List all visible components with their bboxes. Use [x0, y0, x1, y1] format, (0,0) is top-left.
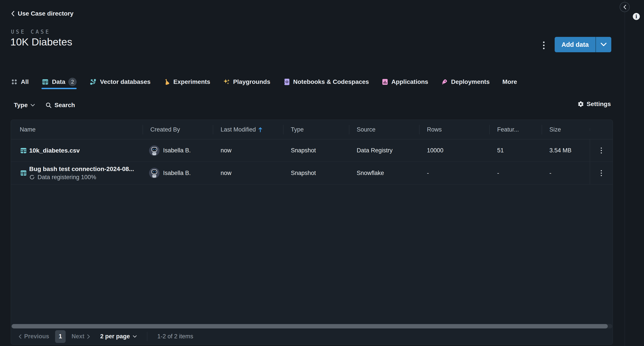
table-row[interactable]: Bug bash test connection-2024-08... Data… [11, 162, 612, 184]
features-value: - [490, 170, 542, 176]
type-value: Snapshot [283, 170, 349, 176]
status-text: Data registering 100% [38, 174, 96, 181]
column-header-rows[interactable]: Rows [419, 126, 490, 133]
rows-value: - [419, 170, 490, 176]
use-case-eyebrow: USE CASE [11, 29, 50, 35]
flask-icon [163, 78, 170, 86]
rocket-icon [441, 78, 448, 86]
vector-icon [89, 78, 97, 86]
tab-data[interactable]: Data 2 [42, 78, 77, 86]
kebab-icon [601, 148, 602, 149]
table-empty-area [11, 184, 612, 324]
row-menu-button[interactable] [598, 146, 604, 156]
chevron-down-icon [600, 42, 607, 47]
column-header-last-modified[interactable]: Last Modified [213, 126, 283, 133]
notebook-icon [283, 78, 290, 86]
tab-playgrounds[interactable]: Playgrounds [223, 78, 270, 86]
registration-status: Data registering 100% [29, 174, 134, 181]
search-button[interactable]: Search [45, 102, 75, 109]
horizontal-scrollbar[interactable] [11, 324, 612, 328]
info-icon[interactable]: i [633, 13, 640, 20]
features-value: 51 [490, 147, 542, 154]
tab-label: Notebooks & Codespaces [293, 78, 369, 86]
add-data-label: Add data [562, 41, 589, 48]
use-case-page: { "page": { "breadcrumb": "Use Case dire… [0, 0, 644, 346]
column-header-type[interactable]: Type [283, 126, 349, 133]
tab-all[interactable]: All [11, 78, 29, 86]
spinner-icon [29, 174, 35, 180]
row-actions-cell [590, 140, 612, 162]
search-label: Search [54, 102, 75, 109]
table-icon [20, 170, 27, 176]
previous-page-button[interactable]: Previous [18, 333, 49, 340]
size-value: - [542, 170, 590, 176]
kebab-icon [543, 42, 544, 43]
tab-deployments[interactable]: Deployments [441, 78, 490, 86]
collapse-panel-button[interactable] [620, 2, 630, 12]
tab-label: All [21, 78, 29, 86]
add-data-dropdown-button[interactable] [596, 37, 611, 52]
created-by-value: Isabella B. [163, 170, 191, 176]
chevron-right-icon [87, 334, 90, 339]
search-icon [45, 102, 52, 108]
column-header-size[interactable]: Size [542, 126, 590, 133]
settings-button[interactable]: Settings [578, 100, 611, 108]
table-row[interactable]: 10k_diabetes.csv Isabella B. now Snapsho… [11, 140, 612, 162]
app-chart-icon [382, 78, 388, 86]
chevron-down-icon [132, 335, 137, 338]
type-filter-dropdown[interactable]: Type [14, 102, 35, 109]
tab-vector-databases[interactable]: Vector databases [89, 78, 150, 86]
tab-label: Playgrounds [233, 78, 270, 86]
column-header-name[interactable]: Name [11, 126, 143, 133]
column-header-source[interactable]: Source [349, 126, 419, 133]
row-actions-cell [590, 162, 612, 184]
use-case-tabs: All Data 2 Vector databases [11, 76, 517, 88]
data-count-badge: 2 [68, 78, 76, 86]
pagination-bar: Previous 1 Next 2 per page 1-2 of 2 item… [11, 328, 612, 344]
dataset-name[interactable]: 10k_diabetes.csv [29, 147, 80, 154]
source-value: Snowflake [349, 170, 419, 176]
tab-label: Applications [391, 78, 428, 86]
sort-arrow-up-icon [258, 127, 262, 132]
rows-value: 10000 [419, 147, 490, 154]
type-filter-label: Type [14, 102, 28, 109]
settings-label: Settings [587, 100, 611, 108]
tab-label: Experiments [174, 78, 210, 86]
sparkles-icon [223, 78, 230, 86]
dataset-name-cell[interactable]: Bug bash test connection-2024-08... Data… [11, 166, 143, 181]
tab-notebooks-codespaces[interactable]: Notebooks & Codespaces [283, 78, 369, 86]
scrollbar-thumb[interactable] [12, 324, 608, 328]
dataset-name[interactable]: Bug bash test connection-2024-08... [29, 166, 134, 172]
breadcrumb[interactable]: Use Case directory [10, 10, 74, 17]
tab-applications[interactable]: Applications [382, 78, 428, 86]
column-header-features[interactable]: Featur... [490, 126, 542, 133]
per-page-dropdown[interactable]: 2 per page [100, 333, 137, 340]
items-range-label: 1-2 of 2 items [158, 333, 194, 340]
chevron-left-icon [623, 4, 626, 10]
row-menu-button[interactable] [598, 168, 604, 178]
gear-icon [578, 101, 584, 107]
previous-label: Previous [24, 333, 49, 340]
grid-dots-icon [11, 78, 18, 86]
chevron-left-icon [18, 334, 22, 339]
dataset-name-cell[interactable]: 10k_diabetes.csv [11, 147, 143, 154]
table-icon [20, 147, 27, 154]
source-value: Data Registry [349, 147, 419, 154]
tab-label: Deployments [451, 78, 490, 86]
tab-label: More [502, 78, 517, 86]
avatar [149, 168, 160, 178]
last-modified-value: now [213, 170, 283, 176]
tab-label: Data [52, 78, 66, 86]
created-by-value: Isabella B. [163, 147, 191, 154]
tab-more[interactable]: More [502, 78, 517, 86]
use-case-menu-button[interactable] [540, 39, 547, 51]
column-header-created-by[interactable]: Created By [143, 126, 213, 133]
add-data-split-button: Add data [555, 37, 611, 52]
tab-experiments[interactable]: Experiments [163, 78, 210, 86]
size-value: 3.54 MB [542, 147, 590, 154]
current-page-button[interactable]: 1 [55, 330, 66, 343]
chevron-left-icon [10, 11, 15, 16]
next-page-button[interactable]: Next [72, 333, 90, 340]
per-page-label: 2 per page [100, 333, 130, 340]
add-data-button[interactable]: Add data [555, 37, 596, 52]
